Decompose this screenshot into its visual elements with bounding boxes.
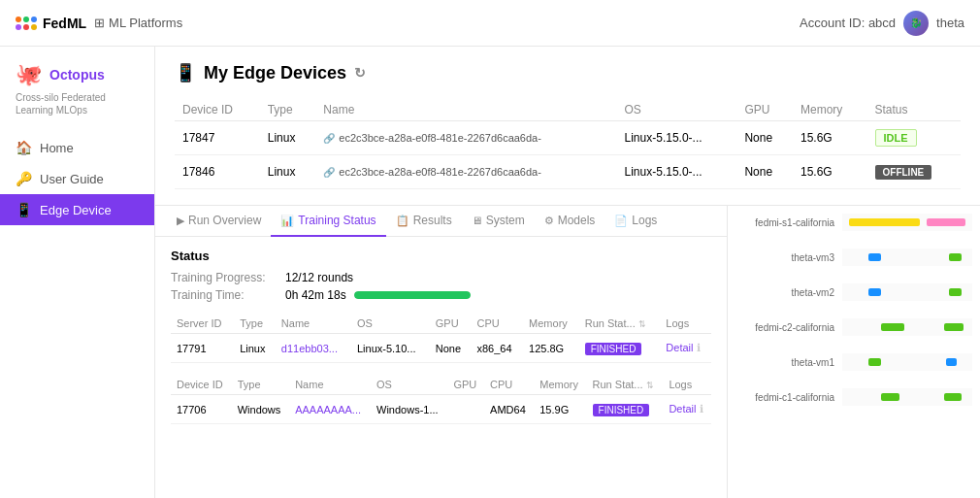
sidebar-item-edgedevice[interactable]: 📱 Edge Device <box>0 194 154 225</box>
content-area: 📱 My Edge Devices ↻ Device ID Type Name … <box>155 47 980 498</box>
octopus-icon: 🐙 <box>16 62 42 87</box>
tab-icon: ⚙ <box>544 215 554 227</box>
logo-dot-4 <box>16 24 21 30</box>
device-name-cell: 🔗ec2c3bce-a28a-e0f8-481e-2267d6caa6da- <box>315 155 616 189</box>
gantt-row: theta-vm1 <box>735 353 972 371</box>
gantt-bar <box>944 323 964 331</box>
sidebar-subtitle: Cross-silo Federated Learning MLOps <box>16 91 139 116</box>
gantt-panel: fedmi-s1-californiatheta-vm3theta-vm2fed… <box>728 206 980 498</box>
device-type-cell: Linux <box>260 121 316 155</box>
tab-label: Training Status <box>298 214 376 227</box>
gantt-track <box>842 249 972 266</box>
top-bar-left: FedML ⊞ ML Platforms <box>16 16 182 31</box>
grid-icon: ⊞ <box>94 16 105 30</box>
tab-label: Models <box>558 214 596 227</box>
training-progress-label: Training Progress: <box>171 271 278 284</box>
training-time-row: Training Time: 0h 42m 18s <box>171 288 711 302</box>
dev-log[interactable]: Detail ℹ <box>663 395 711 424</box>
tab-system[interactable]: 🖥System <box>462 206 535 237</box>
gantt-bar <box>868 253 881 261</box>
col-gpu: GPU <box>736 99 793 121</box>
tab-label: Logs <box>632 214 657 227</box>
device-row: 17846 Linux 🔗ec2c3bce-a28a-e0f8-481e-226… <box>175 155 961 189</box>
col-status: Status <box>867 99 961 121</box>
logo-dot-6 <box>31 24 37 30</box>
octopus-brand-name: Octopus <box>49 67 105 83</box>
srv-os: Linux-5.10... <box>351 334 430 363</box>
dev-col-type: Type <box>232 375 289 395</box>
tab-label: Run Overview <box>188 214 261 227</box>
status-section-label: Status <box>171 249 711 263</box>
tab-run-overview[interactable]: ▶Run Overview <box>167 206 271 237</box>
tab-training-status[interactable]: 📊Training Status <box>271 206 385 237</box>
tabs-row: ▶Run Overview📊Training Status📋Results🖥Sy… <box>155 206 727 237</box>
gantt-bar <box>946 358 957 366</box>
refresh-icon[interactable]: ↻ <box>354 65 366 81</box>
dev-name: AAAAAAAA... <box>289 395 371 424</box>
gantt-row: theta-vm3 <box>735 249 972 266</box>
gantt-bar <box>849 218 921 226</box>
dev-col-os: OS <box>371 375 447 395</box>
device-id-cell: 17847 <box>175 121 260 155</box>
top-bar-right: Account ID: abcd 🐉 theta <box>800 11 964 36</box>
gantt-track <box>842 318 972 336</box>
gantt-label: theta-vm3 <box>735 252 842 263</box>
device-gpu-cell: None <box>736 121 793 155</box>
tab-results[interactable]: 📋Results <box>386 206 462 237</box>
device-data-table: Device ID Type Name OS GPU CPU Memory Ru… <box>171 375 711 424</box>
dev-status: FINISHED <box>587 395 664 424</box>
srv-col-cpu: CPU <box>471 314 523 334</box>
device-status-cell: OFFLINE <box>867 155 961 189</box>
gantt-row: theta-vm2 <box>735 283 972 301</box>
col-type: Type <box>260 99 316 121</box>
dev-col-memory: Memory <box>534 375 586 395</box>
dev-col-name: Name <box>289 375 371 395</box>
panel-title-text: My Edge Devices <box>204 63 346 83</box>
gantt-label: fedmi-s1-california <box>735 217 842 228</box>
dev-col-id: Device ID <box>171 375 232 395</box>
device-row: 17847 Linux 🔗ec2c3bce-a28a-e0f8-481e-226… <box>175 121 961 155</box>
panel-title: 📱 My Edge Devices ↻ <box>175 62 961 83</box>
gantt-label: theta-vm1 <box>735 357 842 368</box>
gantt-bar <box>881 323 904 331</box>
sidebar-item-userguide[interactable]: 🔑 User Guide <box>0 163 154 194</box>
logo-dot-3 <box>31 17 37 22</box>
gantt-row: fedmi-s1-california <box>735 214 972 231</box>
tab-models[interactable]: ⚙Models <box>535 206 605 237</box>
tab-logs[interactable]: 📄Logs <box>604 206 667 237</box>
ml-platforms-button[interactable]: ⊞ ML Platforms <box>94 16 182 30</box>
ml-platforms-label: ML Platforms <box>109 16 182 30</box>
sidebar-item-edgedevice-label: Edge Device <box>40 203 112 217</box>
device-type-cell: Linux <box>260 155 316 189</box>
tab-icon: 🖥 <box>472 215 482 226</box>
srv-col-memory: Memory <box>523 314 579 334</box>
sidebar-item-home[interactable]: 🏠 Home <box>0 132 154 163</box>
srv-col-status: Run Stat... ⇅ <box>579 314 661 334</box>
progress-bar <box>354 291 471 299</box>
gantt-row: fedmi-c1-california <box>735 388 972 406</box>
progress-bar-fill <box>354 291 471 299</box>
col-os: OS <box>617 99 737 121</box>
srv-log[interactable]: Detail ℹ <box>660 334 711 363</box>
sidebar-item-userguide-label: User Guide <box>40 172 104 186</box>
training-time-label: Training Time: <box>171 288 278 302</box>
logo-dots <box>16 17 37 30</box>
gantt-track <box>842 214 972 231</box>
device-memory-cell: 15.6G <box>793 155 867 189</box>
tab-icon: 📊 <box>280 215 294 227</box>
sidebar: 🐙 Octopus Cross-silo Federated Learning … <box>0 47 155 498</box>
srv-name: d11ebb03... <box>276 334 351 363</box>
dev-col-logs: Logs <box>663 375 711 395</box>
device-memory-cell: 15.6G <box>793 121 867 155</box>
device-icon: 📱 <box>16 202 32 217</box>
dev-type: Windows <box>232 395 289 424</box>
device-gpu-cell: None <box>736 155 793 189</box>
col-device-id: Device ID <box>175 99 260 121</box>
device-title-icon: 📱 <box>175 62 196 83</box>
avatar[interactable]: 🐉 <box>903 11 929 36</box>
tab-icon: ▶ <box>177 215 184 227</box>
training-progress-value: 12/12 rounds <box>285 271 353 284</box>
fedml-logo[interactable]: FedML <box>16 16 86 31</box>
gantt-bar <box>949 253 962 261</box>
main-layout: 🐙 Octopus Cross-silo Federated Learning … <box>0 47 980 498</box>
